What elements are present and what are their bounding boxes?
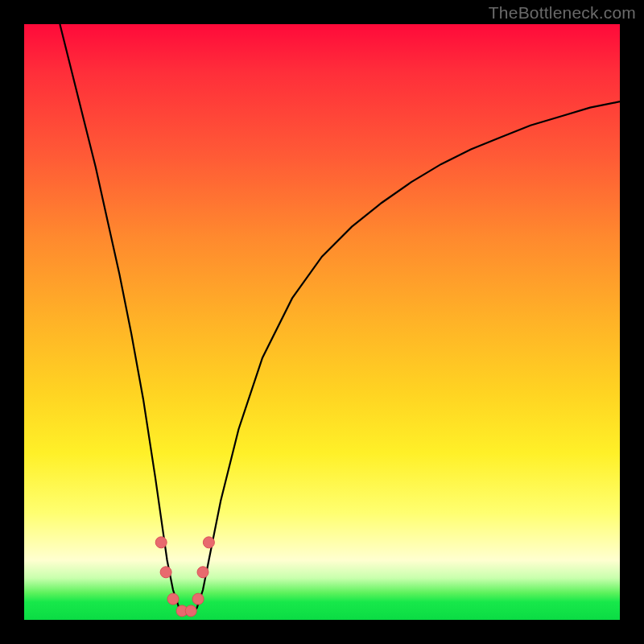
fit-marker (185, 605, 196, 617)
fit-marker (160, 567, 171, 578)
fit-marker (192, 593, 204, 605)
fit-markers (155, 537, 214, 617)
fit-marker (203, 537, 214, 548)
chart-svg (24, 24, 620, 620)
chart-frame: TheBottleneck.com (0, 0, 644, 644)
watermark-text: TheBottleneck.com (489, 3, 636, 23)
bottleneck-curve (60, 24, 620, 614)
fit-marker (155, 537, 167, 548)
fit-marker (167, 593, 179, 605)
fit-marker (197, 567, 208, 578)
